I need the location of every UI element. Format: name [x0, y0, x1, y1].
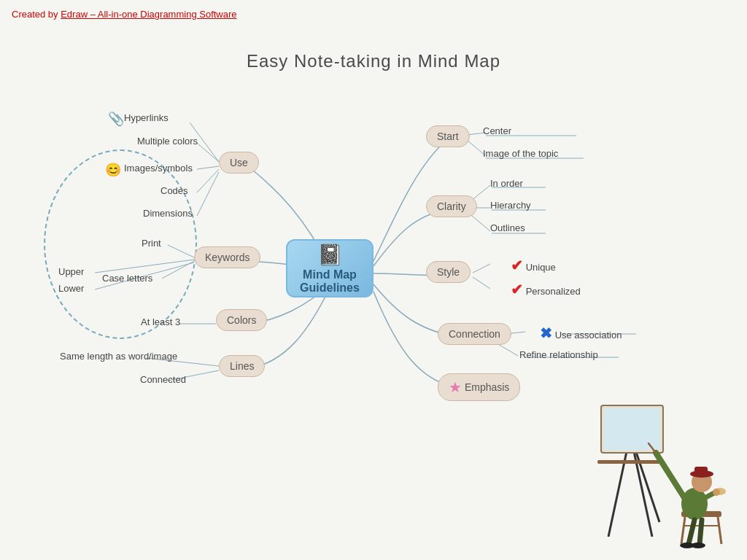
leaf-hierarchy: Hierarchy	[490, 200, 531, 211]
branch-connection: Connection	[438, 323, 511, 345]
svg-point-47	[691, 542, 705, 548]
svg-line-6	[95, 260, 194, 273]
leaf-at-least-3: At least 3	[141, 316, 180, 327]
svg-point-50	[714, 488, 726, 495]
svg-line-4	[197, 172, 219, 216]
leaf-codes: Codes	[160, 185, 188, 196]
svg-line-8	[162, 261, 194, 279]
cross-icon: ✖	[540, 325, 552, 341]
svg-line-35	[681, 517, 685, 544]
svg-line-44	[689, 520, 694, 544]
branch-style: Style	[426, 261, 471, 283]
leaf-in-order: In order	[490, 178, 523, 189]
branch-emphasis: ★ Emphasis	[438, 373, 520, 401]
leaf-case-letters: Case letters	[102, 273, 152, 284]
center-line2: Guidelines	[300, 281, 360, 295]
leaf-use-association: ✖ Use association	[540, 324, 622, 342]
branch-start: Start	[426, 125, 470, 147]
leaf-refine-relationship: Refine relationship	[519, 349, 598, 360]
watermark: Created by Edraw – All-in-one Diagrammin…	[12, 9, 237, 20]
star-icon: ★	[449, 378, 462, 396]
hyperlinks-icon: 📎	[108, 111, 124, 127]
svg-line-3	[197, 169, 219, 192]
svg-line-36	[718, 517, 721, 544]
svg-line-18	[473, 277, 490, 289]
branch-keywords: Keywords	[194, 246, 260, 268]
branch-lines: Lines	[219, 355, 265, 377]
svg-line-5	[168, 245, 194, 257]
check-personalized-icon: ✔	[511, 281, 523, 298]
leaf-image-topic: Image of the topic	[483, 148, 558, 159]
painter-illustration	[587, 391, 732, 553]
svg-line-2	[197, 166, 219, 169]
check-unique-icon: ✔	[511, 257, 523, 273]
svg-line-1	[197, 143, 219, 162]
watermark-link[interactable]: Edraw – All-in-one Diagramming Software	[61, 9, 236, 20]
leaf-center: Center	[483, 125, 511, 136]
leaf-unique: ✔ Unique	[511, 257, 556, 274]
branch-colors: Colors	[216, 309, 267, 331]
leaf-outlines: Outlines	[490, 222, 525, 233]
leaf-multiple-colors: Multiple colors	[137, 136, 198, 147]
leaf-personalized: ✔ Personalized	[511, 281, 581, 298]
svg-line-39	[656, 453, 685, 499]
page-title: Easy Note-taking in Mind Map	[0, 51, 747, 71]
svg-point-38	[681, 488, 708, 520]
leaf-connected: Connected	[140, 374, 186, 385]
leaf-upper: Upper	[58, 266, 84, 277]
leaf-print: Print	[142, 238, 161, 249]
svg-rect-43	[694, 467, 708, 475]
center-node: 📓 Mind Map Guidelines	[286, 239, 374, 298]
leaf-hyperlinks: Hyperlinks	[124, 112, 169, 123]
leaf-same-length: Same length as word/image	[60, 351, 177, 362]
svg-line-17	[473, 264, 490, 273]
leaf-dimensions: Dimensions	[143, 208, 193, 219]
center-line1: Mind Map	[303, 268, 357, 281]
leaf-images-symbols: Images/symbols	[124, 163, 193, 174]
smiley-icon: 😊	[105, 162, 121, 178]
svg-rect-32	[604, 408, 660, 450]
leaf-lower: Lower	[58, 283, 84, 294]
branch-clarity: Clarity	[426, 195, 477, 217]
svg-line-45	[700, 520, 702, 544]
branch-use: Use	[219, 152, 259, 174]
svg-line-48	[703, 493, 714, 499]
dashed-oval	[44, 149, 197, 339]
svg-rect-33	[597, 460, 663, 464]
